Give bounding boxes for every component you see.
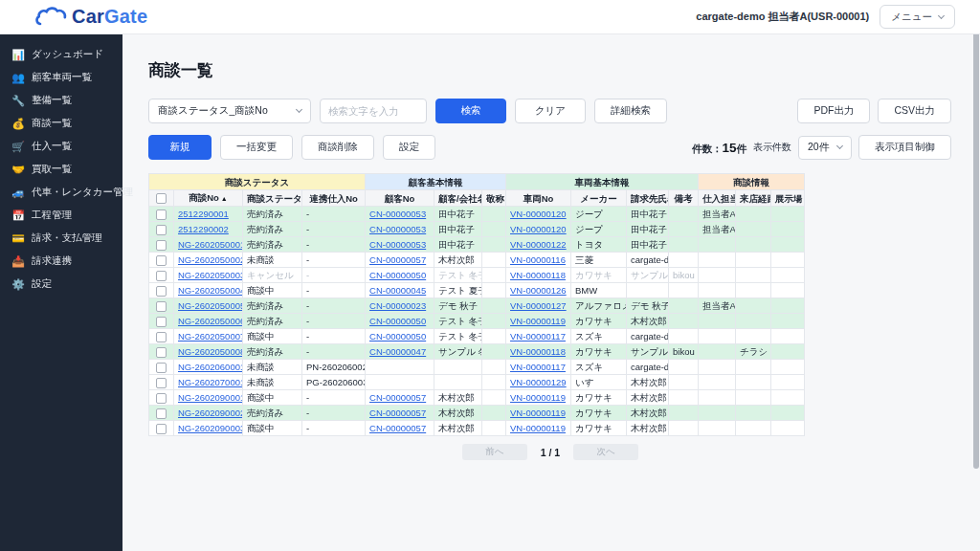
row-checkbox[interactable]: [156, 240, 167, 251]
next-page-button[interactable]: 次へ: [573, 444, 638, 460]
new-button[interactable]: 新規: [148, 135, 212, 160]
vehicle_no-link[interactable]: VN-00000117: [510, 362, 566, 372]
vehicle_no-link[interactable]: VN-00000122: [510, 239, 567, 250]
row-checkbox[interactable]: [156, 393, 167, 404]
csv-export-button[interactable]: CSV出力: [878, 99, 951, 123]
vehicle_no-link[interactable]: VN-00000119: [510, 316, 566, 326]
page-size-select[interactable]: 20件: [798, 136, 852, 160]
column-header-showroom[interactable]: 展示場: [771, 190, 805, 207]
customer_no-link[interactable]: CN-00000050: [369, 270, 426, 280]
column-header-purchase_staff[interactable]: 仕入担当: [699, 190, 736, 207]
vehicle_no-link[interactable]: VN-00000119: [510, 392, 566, 403]
negotiation_no-link[interactable]: NG-2602070001: [178, 377, 243, 387]
scrollbar[interactable]: [973, 4, 979, 469]
vehicle_no-link[interactable]: VN-00000118: [510, 270, 566, 280]
row-checkbox[interactable]: [156, 271, 167, 281]
column-header-linked_purchase_no[interactable]: 連携仕入No: [302, 190, 366, 207]
filter-select[interactable]: 商談ステータス_商談No: [148, 99, 311, 123]
row-checkbox[interactable]: [156, 332, 167, 342]
vehicle_no-link[interactable]: VN-00000129: [510, 377, 567, 387]
vehicle_no-link[interactable]: VN-00000117: [510, 331, 566, 342]
vehicle_no-link[interactable]: VN-00000120: [510, 224, 567, 234]
customer_no-link[interactable]: CN-00000057: [369, 392, 426, 403]
row-checkbox[interactable]: [156, 255, 167, 266]
negotiation_no-link[interactable]: NG-2602050006: [178, 316, 243, 326]
pdf-export-button[interactable]: PDF出力: [797, 99, 870, 123]
bulk-change-button[interactable]: 一括変更: [220, 135, 293, 160]
column-header-negotiation_no[interactable]: 商談No▲: [174, 190, 243, 207]
column-header-visit_route[interactable]: 来店経路: [736, 190, 771, 207]
list-settings-button[interactable]: 設定: [383, 135, 435, 160]
column-header-billing_name[interactable]: 請求先氏名: [627, 190, 669, 207]
negotiation_no-link[interactable]: NG-2602050001: [178, 239, 243, 250]
sidebar-item-process[interactable]: 📅工程管理: [0, 204, 122, 227]
customer_no-link[interactable]: CN-00000050: [369, 316, 426, 326]
sidebar-item-negotiations[interactable]: 💰商談一覧: [0, 112, 122, 135]
row-checkbox[interactable]: [156, 424, 167, 434]
customer_no-link[interactable]: CN-00000057: [369, 254, 426, 265]
sidebar-item-maintenance[interactable]: 🔧整備一覧: [0, 89, 122, 112]
negotiation_no-link[interactable]: NG-2602090002: [178, 408, 243, 418]
menu-button[interactable]: メニュー: [880, 5, 955, 29]
row-checkbox[interactable]: [156, 363, 167, 373]
negotiation_no-link[interactable]: 2512290001: [178, 209, 229, 219]
prev-page-button[interactable]: 前へ: [462, 444, 527, 460]
negotiation_no-link[interactable]: NG-2602050008: [178, 346, 243, 357]
row-checkbox[interactable]: [156, 209, 167, 220]
column-header-status[interactable]: 商談ステータス: [243, 190, 302, 207]
vehicle_no-link[interactable]: VN-00000116: [510, 254, 566, 265]
row-checkbox[interactable]: [156, 347, 167, 358]
column-header-vehicle_no[interactable]: 車両No: [506, 190, 571, 207]
negotiation_no-link[interactable]: NG-2602090003: [178, 423, 243, 433]
row-checkbox[interactable]: [156, 225, 167, 235]
search-button[interactable]: 検索: [435, 99, 506, 123]
sidebar-item-loaner-rental[interactable]: 🚙代車・レンタカー管理: [0, 181, 122, 204]
search-input[interactable]: [320, 99, 427, 123]
vehicle_no-link[interactable]: VN-00000118: [510, 346, 566, 357]
column-header-honorific[interactable]: 敬称: [482, 190, 506, 207]
customer_no-link[interactable]: CN-00000057: [369, 408, 426, 418]
customer_no-link[interactable]: CN-00000053: [369, 239, 426, 250]
sidebar-item-billing-payment[interactable]: 💳請求・支払管理: [0, 227, 122, 250]
sidebar-item-dashboard[interactable]: 📊ダッシュボード: [0, 43, 122, 66]
negotiation_no-link[interactable]: NG-2602050004: [178, 285, 243, 296]
sidebar-item-purchases[interactable]: 🛒仕入一覧: [0, 135, 122, 158]
customer_no-link[interactable]: CN-00000057: [369, 423, 426, 433]
customer_no-link[interactable]: CN-00000047: [369, 346, 426, 357]
customer_no-link[interactable]: CN-00000053: [369, 209, 426, 219]
negotiation_no-link[interactable]: NG-2602050002: [178, 254, 243, 265]
column-header-customer_name[interactable]: 顧客/会社名: [434, 190, 482, 207]
customer_no-link[interactable]: CN-00000053: [369, 224, 426, 234]
sidebar-item-settings[interactable]: ⚙️設定: [0, 273, 122, 296]
row-checkbox[interactable]: [156, 378, 167, 388]
negotiation_no-link[interactable]: NG-2602050007: [178, 331, 243, 342]
clear-button[interactable]: クリア: [515, 99, 586, 123]
advanced-search-button[interactable]: 詳細検索: [594, 99, 667, 123]
customer_no-link[interactable]: CN-00000023: [369, 300, 426, 311]
vehicle_no-link[interactable]: VN-00000119: [510, 423, 566, 433]
sidebar-item-billing-link[interactable]: 📥請求連携: [0, 250, 122, 273]
negotiation-delete-button[interactable]: 商談削除: [301, 135, 374, 160]
row-checkbox[interactable]: [156, 408, 167, 419]
vehicle_no-link[interactable]: VN-00000126: [510, 285, 567, 296]
sidebar-item-buybacks[interactable]: 🤝買取一覧: [0, 158, 122, 181]
column-header-customer_no[interactable]: 顧客No: [366, 190, 434, 207]
vehicle_no-link[interactable]: VN-00000120: [510, 209, 567, 219]
row-checkbox[interactable]: [156, 317, 167, 327]
vehicle_no-link[interactable]: VN-00000127: [510, 300, 567, 311]
customer_no-link[interactable]: CN-00000045: [369, 285, 426, 296]
negotiation_no-link[interactable]: NG-2602060001: [178, 362, 243, 372]
column-control-button[interactable]: 表示項目制御: [858, 135, 951, 160]
negotiation_no-link[interactable]: NG-2602050005: [178, 300, 243, 311]
column-header-maker[interactable]: メーカー: [571, 190, 627, 207]
negotiation_no-link[interactable]: NG-2602090001: [178, 392, 243, 403]
negotiation_no-link[interactable]: 2512290002: [178, 224, 229, 234]
column-header-note[interactable]: 備考: [669, 190, 699, 207]
select-all-checkbox[interactable]: [156, 193, 167, 204]
row-checkbox[interactable]: [156, 301, 167, 312]
row-checkbox[interactable]: [156, 286, 167, 297]
vehicle_no-link[interactable]: VN-00000119: [510, 408, 566, 418]
customer_no-link[interactable]: CN-00000050: [369, 331, 426, 342]
negotiation_no-link[interactable]: NG-2602050003: [178, 270, 243, 280]
sidebar-item-customer-vehicles[interactable]: 👥顧客車両一覧: [0, 66, 122, 89]
